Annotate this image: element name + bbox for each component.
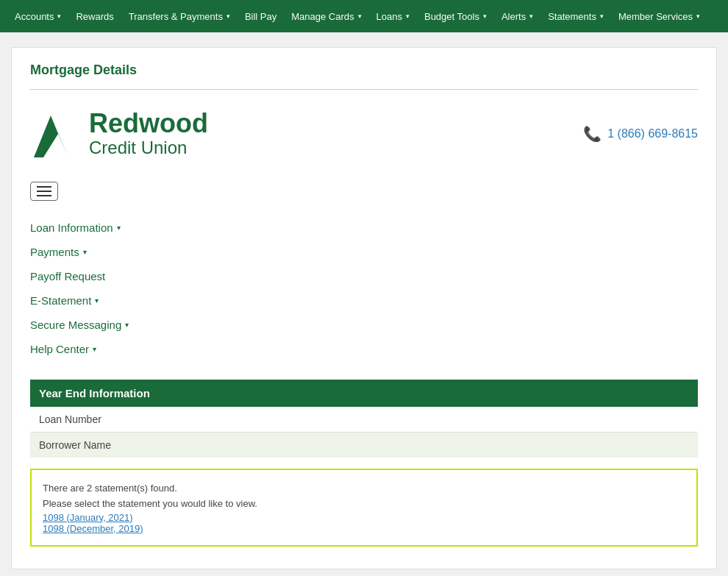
nav-loans[interactable]: Loans ▾ xyxy=(369,11,417,22)
sidebar-menu: Loan Information ▾ Payments ▾ Payoff Req… xyxy=(30,216,698,361)
payments-arrow: ▾ xyxy=(83,248,87,256)
help-center-arrow: ▾ xyxy=(93,345,96,353)
statement-link-1098-jan-2021[interactable]: 1098 (January, 2021) xyxy=(43,512,685,523)
content-card: Mortgage Details Redwood Credit Union xyxy=(11,47,717,569)
statement-link-1098-dec-2019[interactable]: 1098 (December, 2019) xyxy=(43,523,685,534)
sidebar-e-statement[interactable]: E-Statement ▾ xyxy=(30,288,698,313)
e-statement-arrow: ▾ xyxy=(95,296,99,305)
phone-icon: 📞 xyxy=(583,125,602,143)
accounts-dropdown-arrow: ▾ xyxy=(57,13,61,20)
statements-select-text: Please select the statement you would li… xyxy=(43,497,685,512)
nav-budget-tools[interactable]: Budget Tools ▾ xyxy=(417,11,494,22)
main-wrapper: Mortgage Details Redwood Credit Union xyxy=(0,32,728,576)
loan-number-label: Loan Number xyxy=(30,407,588,433)
member-services-dropdown-arrow: ▾ xyxy=(696,13,700,20)
statement-box: There are 2 statement(s) found. Please s… xyxy=(30,469,698,547)
logo-line2: Credit Union xyxy=(89,138,208,159)
manage-cards-dropdown-arrow: ▾ xyxy=(358,13,362,20)
table-header: Year End Information xyxy=(30,380,698,407)
nav-member-services[interactable]: Member Services ▾ xyxy=(611,11,707,22)
loan-number-value xyxy=(588,407,698,433)
nav-transfers-payments[interactable]: Transfers & Payments ▾ xyxy=(121,11,238,22)
loan-info-arrow: ▾ xyxy=(117,224,121,232)
phone-number: 1 (866) 669-8615 xyxy=(607,127,698,141)
table-header-label: Year End Information xyxy=(30,380,698,407)
borrower-name-value xyxy=(588,433,698,458)
hamburger-line-3 xyxy=(37,195,51,196)
statements-found-text: There are 2 statement(s) found. xyxy=(43,481,685,497)
alerts-dropdown-arrow: ▾ xyxy=(529,13,533,20)
phone-area: 📞 1 (866) 669-8615 xyxy=(583,125,698,143)
hamburger-line-2 xyxy=(37,191,51,192)
table-row-borrower-name: Borrower Name xyxy=(30,433,698,458)
title-divider xyxy=(30,89,698,90)
nav-statements[interactable]: Statements ▾ xyxy=(540,11,611,22)
sidebar-secure-messaging[interactable]: Secure Messaging ▾ xyxy=(30,313,698,337)
nav-manage-cards[interactable]: Manage Cards ▾ xyxy=(284,11,368,22)
year-end-table: Year End Information Loan Number Borrowe… xyxy=(30,380,698,458)
budget-tools-dropdown-arrow: ▾ xyxy=(483,13,487,20)
loans-dropdown-arrow: ▾ xyxy=(406,13,410,20)
sidebar-payments[interactable]: Payments ▾ xyxy=(30,240,698,264)
logo-area: Redwood Credit Union xyxy=(30,104,208,163)
secure-messaging-arrow: ▾ xyxy=(125,321,129,329)
logo-text: Redwood Credit Union xyxy=(89,109,208,159)
statements-dropdown-arrow: ▾ xyxy=(600,13,604,20)
page-title: Mortgage Details xyxy=(30,63,698,78)
logo-phone-row: Redwood Credit Union 📞 1 (866) 669-8615 xyxy=(30,104,698,163)
sidebar-payoff-request[interactable]: Payoff Request xyxy=(30,264,698,288)
nav-alerts[interactable]: Alerts ▾ xyxy=(494,11,540,22)
logo-line1: Redwood xyxy=(89,109,208,138)
hamburger-button[interactable] xyxy=(30,182,58,201)
table-row-loan-number: Loan Number xyxy=(30,407,698,433)
borrower-name-label: Borrower Name xyxy=(30,433,588,458)
sidebar-loan-information[interactable]: Loan Information ▾ xyxy=(30,216,698,240)
transfers-dropdown-arrow: ▾ xyxy=(226,13,230,20)
sidebar-help-center[interactable]: Help Center ▾ xyxy=(30,337,698,361)
top-navigation: Accounts ▾ Rewards Transfers & Payments … xyxy=(0,0,728,32)
nav-rewards[interactable]: Rewards xyxy=(68,11,121,22)
rcu-logo-icon xyxy=(30,104,78,163)
nav-bill-pay[interactable]: Bill Pay xyxy=(238,11,284,22)
hamburger-line-1 xyxy=(37,186,51,188)
nav-accounts[interactable]: Accounts ▾ xyxy=(7,11,68,22)
